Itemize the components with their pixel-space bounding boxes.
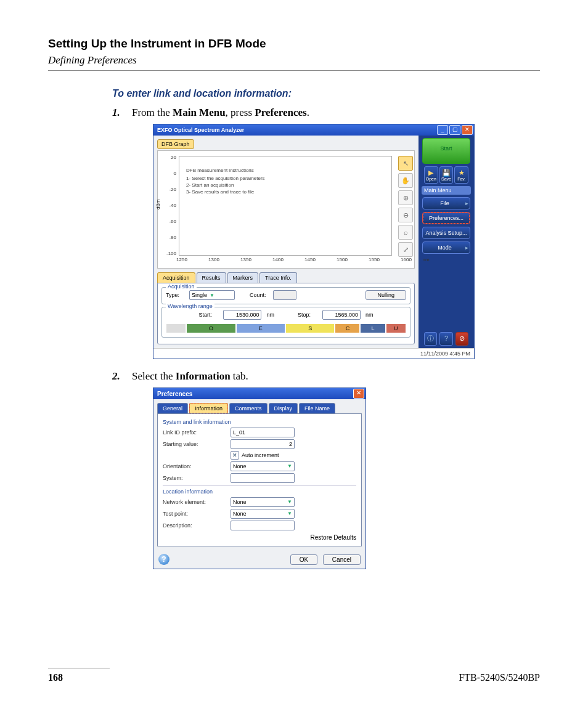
status-bar: 11/11/2009 4:45 PM: [153, 348, 474, 359]
x-tick: 1300: [205, 257, 223, 262]
band-c[interactable]: C: [335, 323, 360, 333]
footer-rule: [48, 668, 110, 668]
chevron-down-icon: ▼: [210, 293, 214, 298]
close-icon[interactable]: ✕: [353, 389, 364, 399]
band-l[interactable]: L: [360, 323, 385, 333]
minimize-button[interactable]: _: [437, 125, 448, 135]
tab-acquisition[interactable]: Acquisition: [157, 272, 195, 283]
zoom-box-icon[interactable]: ⌕: [398, 225, 413, 240]
band-e[interactable]: E: [236, 323, 285, 333]
chevron-right-icon: ▸: [465, 200, 468, 206]
plot-toolbar: ↖ ✋ ⊕ ⊖ ⌕ ⤢: [398, 156, 412, 259]
help-icon[interactable]: ?: [158, 554, 169, 565]
system-input[interactable]: [231, 473, 295, 483]
restore-defaults-button[interactable]: Restore Defaults: [311, 534, 356, 541]
help-button[interactable]: ?: [439, 332, 452, 346]
tab-dfb-graph[interactable]: DFB Graph: [157, 139, 194, 149]
tab-results[interactable]: Results: [197, 272, 226, 283]
orientation-select[interactable]: None▼: [231, 461, 295, 471]
cancel-button[interactable]: Cancel: [323, 554, 361, 565]
maximize-button[interactable]: ▢: [449, 125, 460, 135]
band-o[interactable]: O: [186, 323, 235, 333]
mode-menu-button[interactable]: Mode▸: [422, 241, 470, 254]
preferences-menu-button[interactable]: Preferences...: [422, 212, 470, 224]
zoom-out-icon[interactable]: ⊖: [398, 208, 413, 222]
save-button[interactable]: 💾Save: [439, 166, 454, 184]
dialog-titlebar[interactable]: Preferences ✕: [153, 388, 365, 399]
tab-trace-info[interactable]: Trace Info.: [259, 272, 297, 283]
separator: [163, 485, 356, 486]
analysis-setup-button[interactable]: Analysis Setup...: [422, 227, 470, 239]
x-tick: 1500: [333, 257, 351, 262]
open-button[interactable]: ▶Open: [424, 166, 438, 184]
acquisition-legend: Acquisition: [166, 283, 197, 290]
page-number: 168: [48, 672, 63, 683]
y-tick: -20: [163, 187, 176, 192]
preferences-dialog: Preferences ✕ General Information Commen…: [153, 387, 366, 569]
link-id-prefix-label: Link ID prefix:: [163, 429, 231, 436]
band-u[interactable]: U: [386, 323, 406, 333]
y-tick: -60: [163, 219, 176, 224]
task-heading: To enter link and location information:: [112, 88, 528, 99]
status-time: 11/11/2009 4:45 PM: [420, 351, 470, 357]
start-button[interactable]: Start: [422, 138, 470, 164]
type-select[interactable]: Single▼: [189, 290, 235, 300]
wavelength-legend: Wavelength range: [166, 303, 214, 309]
y-tick: -80: [163, 235, 176, 240]
tab-information[interactable]: Information: [189, 403, 228, 413]
group-location: Location information: [163, 489, 356, 495]
network-element-select[interactable]: None▼: [231, 497, 295, 507]
divider: [48, 70, 540, 71]
network-element-label: Network element:: [163, 499, 231, 505]
tab-general[interactable]: General: [157, 403, 188, 413]
step-number: 2.: [112, 370, 120, 383]
step-2: 2. Select the Information tab. Preferenc…: [112, 370, 528, 569]
fav-button[interactable]: ★Fav.: [454, 166, 468, 184]
chevron-down-icon: ▼: [287, 509, 292, 518]
link-id-prefix-input[interactable]: L_01: [231, 428, 295, 437]
description-input[interactable]: [231, 521, 295, 530]
nm-unit: nm: [365, 312, 374, 318]
acquisition-panel: Acquisition Type: Single▼ Count:: [157, 283, 415, 344]
x-tick: 1250: [173, 257, 191, 262]
nulling-button[interactable]: Nulling: [365, 290, 406, 300]
band-s[interactable]: S: [285, 323, 335, 333]
plot-area: dBm 20 0 -20 -40 -60 -80 -100: [157, 150, 415, 269]
x-tick: 1450: [301, 257, 319, 262]
x-tick: 1400: [269, 257, 287, 262]
titlebar[interactable]: EXFO Optical Spectrum Analyzer _ ▢ ✕: [153, 124, 474, 136]
description-label: Description:: [163, 522, 231, 529]
step-1: 1. From the Main Menu, press Preferences…: [112, 107, 528, 359]
chevron-down-icon: ▼: [287, 498, 292, 506]
main-menu-header: Main Menu: [422, 186, 471, 195]
stop-input[interactable]: 1565.000: [322, 310, 361, 320]
auto-increment-checkbox[interactable]: ✕: [231, 451, 239, 460]
tab-markers[interactable]: Markers: [227, 272, 259, 283]
group-system-link: System and link information: [163, 419, 356, 425]
type-label: Type:: [166, 292, 186, 298]
tab-comments[interactable]: Comments: [229, 403, 267, 413]
info-button[interactable]: ⓘ: [424, 332, 437, 346]
close-button[interactable]: ✕: [462, 125, 473, 135]
test-point-select[interactable]: None▼: [231, 509, 295, 519]
pan-tool-icon[interactable]: ✋: [398, 173, 413, 188]
count-input[interactable]: [273, 290, 296, 300]
stop-label: Stop:: [298, 312, 317, 318]
tab-display[interactable]: Display: [269, 403, 298, 413]
start-input[interactable]: 1530.000: [223, 310, 261, 320]
tab-file-name[interactable]: File Name: [299, 403, 335, 413]
ok-button[interactable]: OK: [290, 554, 317, 565]
zoom-full-icon[interactable]: ⤢: [398, 242, 413, 257]
starting-value-input[interactable]: 2: [231, 439, 295, 449]
y-axis-label: dBm: [155, 200, 161, 209]
test-point-label: Test point:: [163, 511, 231, 517]
chapter-title: Setting Up the Instrument in DFB Mode: [48, 37, 540, 51]
starting-value-label: Starting value:: [163, 441, 231, 447]
power-button[interactable]: ⊘: [455, 332, 468, 346]
zoom-in-icon[interactable]: ⊕: [398, 190, 413, 205]
file-menu-button[interactable]: File▸: [422, 197, 470, 209]
y-tick: -100: [163, 251, 176, 256]
pointer-tool-icon[interactable]: ↖: [398, 156, 413, 171]
app-window: EXFO Optical Spectrum Analyzer _ ▢ ✕ DFB…: [153, 124, 475, 359]
x-axis-unit: nm: [417, 257, 435, 262]
